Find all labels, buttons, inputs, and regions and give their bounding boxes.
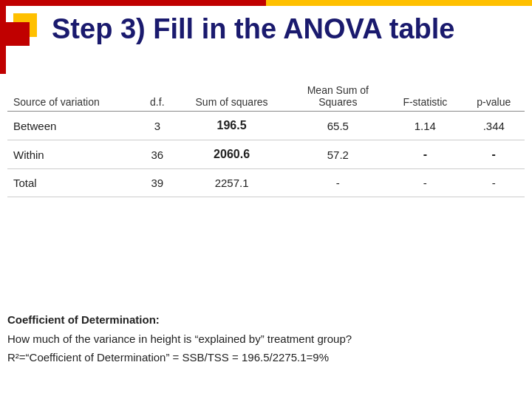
cell-within-source: Within — [7, 140, 140, 169]
header-mss: Mean Sum ofSquares — [288, 81, 387, 112]
table-row-within: Within 36 2060.6 57.2 - - — [7, 140, 525, 169]
cell-within-ss: 2060.6 — [175, 140, 289, 169]
cell-total-ss: 2257.1 — [175, 169, 289, 197]
cell-total-df: 39 — [140, 169, 175, 197]
top-bar — [0, 0, 532, 6]
table-row-between: Between 3 196.5 65.5 1.14 .344 — [7, 112, 525, 140]
header-df: d.f. — [140, 81, 175, 112]
left-bar — [0, 0, 6, 74]
anova-table-container: Source of variation d.f. Sum of squares … — [7, 81, 525, 197]
cell-between-f: 1.14 — [387, 112, 463, 140]
header-source: Source of variation — [7, 81, 140, 112]
cell-between-ss: 196.5 — [175, 112, 289, 140]
cell-total-p: - — [463, 169, 525, 197]
cell-between-df: 3 — [140, 112, 175, 140]
cell-total-source: Total — [7, 169, 140, 197]
table-row-total: Total 39 2257.1 - - - — [7, 169, 525, 197]
cell-total-mss: - — [288, 169, 387, 197]
page-title: Step 3) Fill in the ANOVA table — [52, 13, 454, 45]
header-ss: Sum of squares — [175, 81, 289, 112]
table-header-row: Source of variation d.f. Sum of squares … — [7, 81, 525, 112]
cell-within-df: 36 — [140, 140, 175, 169]
cell-between-source: Between — [7, 112, 140, 140]
bottom-text-block: Coefficient of Determination: How much o… — [7, 310, 352, 367]
cell-between-mss: 65.5 — [288, 112, 387, 140]
cell-between-p: .344 — [463, 112, 525, 140]
cell-within-p: - — [463, 140, 525, 169]
anova-table: Source of variation d.f. Sum of squares … — [7, 81, 525, 197]
bottom-line1: Coefficient of Determination: — [7, 310, 352, 330]
header-p: p-value — [463, 81, 525, 112]
bottom-line3: R²=“Coefficient of Determination” = SSB/… — [7, 348, 352, 367]
cell-within-f: - — [387, 140, 463, 169]
header-f: F-statistic — [387, 81, 463, 112]
cell-within-mss: 57.2 — [288, 140, 387, 169]
bottom-line2: How much of the variance in height is “e… — [7, 330, 352, 349]
red-square-decoration — [6, 22, 30, 46]
cell-total-f: - — [387, 169, 463, 197]
